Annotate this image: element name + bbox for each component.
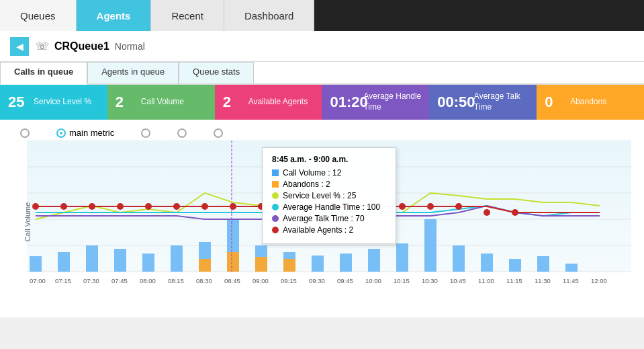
metric-available-agents: 2 Available Agents xyxy=(215,85,322,120)
metric-abandons: 0 Abandons xyxy=(537,85,644,120)
metric-service-level-value: 25 xyxy=(8,93,28,111)
queue-name: CRQueue1 xyxy=(54,40,109,52)
svg-point-42 xyxy=(173,203,180,210)
svg-rect-12 xyxy=(30,256,42,272)
svg-rect-30 xyxy=(537,256,549,272)
tab-recent[interactable]: Recent xyxy=(151,0,224,31)
svg-rect-14 xyxy=(86,245,98,272)
chart-container: Call Volume 0 5 10 15 20 xyxy=(7,141,637,295)
tooltip-color-call-volume xyxy=(272,169,279,176)
svg-rect-25 xyxy=(396,243,408,272)
radio-row: main metric xyxy=(7,125,637,141)
svg-text:08:30: 08:30 xyxy=(196,277,212,284)
sub-tab-agents[interactable]: Agents in queue xyxy=(87,62,179,83)
queue-status: Normal xyxy=(115,41,145,52)
svg-text:10:45: 10:45 xyxy=(450,277,466,284)
radio-circle-3 xyxy=(141,128,150,138)
metric-call-volume: 2 Call Volume xyxy=(107,85,215,120)
radio-item-3[interactable] xyxy=(141,128,150,138)
svg-point-43 xyxy=(201,203,208,210)
svg-rect-13 xyxy=(58,252,70,272)
chart-tooltip: 8:45 a.m. - 9:00 a.m. Call Volume : 12 A… xyxy=(262,147,396,244)
svg-point-41 xyxy=(145,203,152,210)
tooltip-label-abandons: Abandons : 2 xyxy=(283,180,330,189)
svg-rect-35 xyxy=(283,259,295,272)
phone-icon: ☏ xyxy=(36,40,49,52)
sub-tab-stats[interactable]: Queue stats xyxy=(179,62,254,83)
svg-point-50 xyxy=(399,203,406,210)
radio-circle-4 xyxy=(177,128,187,138)
svg-text:11:30: 11:30 xyxy=(535,277,551,284)
svg-text:10:15: 10:15 xyxy=(394,277,410,284)
svg-rect-16 xyxy=(142,254,154,272)
queue-header: ◀ ☏ CRQueue1 Normal xyxy=(0,31,644,62)
tooltip-label-call-volume: Call Volume : 12 xyxy=(283,168,341,178)
tooltip-row-available-agents: Available Agents : 2 xyxy=(272,225,386,235)
radio-item-main[interactable]: main metric xyxy=(56,128,114,138)
metric-call-volume-label: Call Volume xyxy=(141,97,184,108)
tooltip-label-available-agents: Available Agents : 2 xyxy=(283,225,353,235)
svg-rect-31 xyxy=(565,264,578,272)
metric-service-level: 25 Service Level % xyxy=(0,85,107,120)
svg-point-53 xyxy=(484,209,490,216)
tooltip-row-abandons: Abandons : 2 xyxy=(272,180,386,189)
tab-dashboard[interactable]: Dashboard xyxy=(224,0,314,31)
svg-text:08:00: 08:00 xyxy=(140,277,156,284)
svg-point-40 xyxy=(117,203,124,210)
svg-rect-34 xyxy=(255,257,267,272)
sub-tab-calls[interactable]: Calls in queue xyxy=(0,62,87,85)
tooltip-label-avg-handle: Average Handle Time : 100 xyxy=(283,202,380,212)
metric-service-level-label: Service Level % xyxy=(34,97,91,108)
metric-avg-talk-value: 00:50 xyxy=(437,93,469,111)
metric-avg-handle: 01:20 Average Handle Time xyxy=(322,85,429,120)
svg-text:11:15: 11:15 xyxy=(506,277,522,284)
svg-text:11:45: 11:45 xyxy=(563,277,579,284)
svg-rect-33 xyxy=(227,252,239,272)
svg-point-51 xyxy=(427,203,434,210)
svg-rect-32 xyxy=(199,259,211,272)
metric-avg-talk: 00:50 Average Talk Time xyxy=(429,85,537,120)
svg-rect-27 xyxy=(453,245,465,272)
svg-point-54 xyxy=(512,209,518,216)
metric-available-agents-value: 2 xyxy=(223,93,243,111)
svg-point-44 xyxy=(230,203,236,210)
svg-text:09:00: 09:00 xyxy=(252,277,269,284)
tooltip-color-abandons xyxy=(272,181,279,188)
tooltip-row-avg-talk: Average Talk Time : 70 xyxy=(272,214,386,223)
svg-rect-22 xyxy=(312,256,324,272)
svg-text:08:15: 08:15 xyxy=(168,277,184,284)
metric-available-agents-label: Available Agents xyxy=(248,97,308,108)
svg-rect-15 xyxy=(114,249,126,272)
svg-rect-28 xyxy=(481,254,493,272)
radio-item-1[interactable] xyxy=(20,128,30,138)
svg-text:12:00: 12:00 xyxy=(591,277,607,284)
tooltip-color-avg-talk xyxy=(272,215,279,222)
svg-text:08:45: 08:45 xyxy=(224,277,240,284)
tooltip-color-service-level xyxy=(272,192,279,199)
tooltip-row-call-volume: Call Volume : 12 xyxy=(272,168,386,178)
svg-text:07:15: 07:15 xyxy=(55,277,71,284)
metric-call-volume-value: 2 xyxy=(116,93,136,111)
radio-circle-5 xyxy=(214,128,223,138)
header-tabs: Queues Agents Recent Dashboard xyxy=(0,0,644,31)
tooltip-color-avg-handle xyxy=(272,204,279,210)
radio-label-main: main metric xyxy=(69,128,114,138)
svg-point-52 xyxy=(455,203,462,210)
chart-area: main metric Call Volume xyxy=(0,120,644,317)
tooltip-color-available-agents xyxy=(272,227,279,233)
svg-rect-26 xyxy=(424,219,436,272)
metric-avg-handle-value: 01:20 xyxy=(330,93,358,111)
radio-item-4[interactable] xyxy=(177,128,187,138)
svg-rect-29 xyxy=(509,259,521,272)
tooltip-row-service-level: Service Level % : 25 xyxy=(272,191,386,200)
back-button[interactable]: ◀ xyxy=(10,37,29,56)
sub-tabs: Calls in queue Agents in queue Queue sta… xyxy=(0,62,644,85)
tab-agents[interactable]: Agents xyxy=(77,0,152,31)
svg-rect-23 xyxy=(340,254,352,272)
metrics-row: 25 Service Level % 2 Call Volume 2 Avail… xyxy=(0,85,644,120)
svg-text:09:45: 09:45 xyxy=(337,277,353,284)
tab-queues[interactable]: Queues xyxy=(0,0,77,31)
tooltip-row-avg-handle: Average Handle Time : 100 xyxy=(272,202,386,212)
radio-item-5[interactable] xyxy=(214,128,223,138)
svg-text:07:00: 07:00 xyxy=(30,277,46,284)
